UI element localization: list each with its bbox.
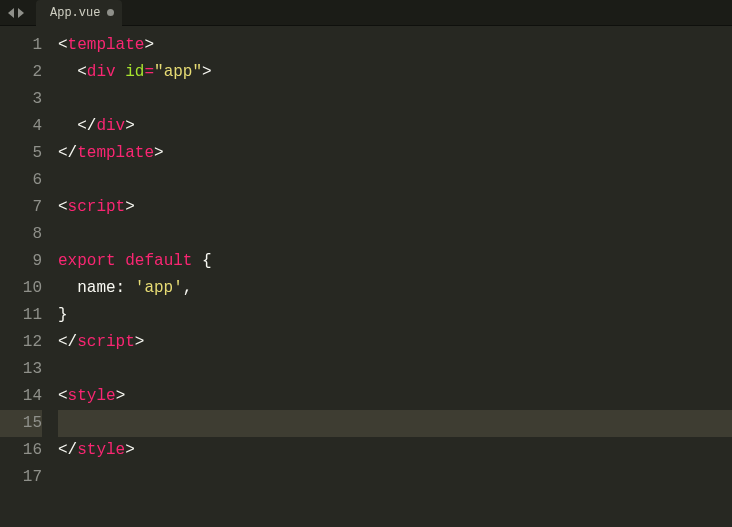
code-line[interactable]: } (58, 302, 732, 329)
tab-filename: App.vue (50, 6, 100, 20)
line-number: 2 (0, 59, 42, 86)
next-tab-icon[interactable] (18, 8, 24, 18)
code-line[interactable] (58, 221, 732, 248)
code-line[interactable] (58, 464, 732, 491)
code-line[interactable] (58, 410, 732, 437)
line-number: 16 (0, 437, 42, 464)
line-number: 17 (0, 464, 42, 491)
line-number: 9 (0, 248, 42, 275)
line-number: 6 (0, 167, 42, 194)
code-line[interactable]: name: 'app', (58, 275, 732, 302)
prev-tab-icon[interactable] (8, 8, 14, 18)
line-number: 7 (0, 194, 42, 221)
line-number: 10 (0, 275, 42, 302)
line-number: 15 (0, 410, 42, 437)
line-number-gutter: 1234567891011121314151617 (0, 26, 50, 527)
line-number: 14 (0, 383, 42, 410)
line-number: 11 (0, 302, 42, 329)
code-line[interactable] (58, 86, 732, 113)
line-number: 4 (0, 113, 42, 140)
code-line[interactable] (58, 167, 732, 194)
code-line[interactable]: </style> (58, 437, 732, 464)
code-line[interactable]: <script> (58, 194, 732, 221)
code-area[interactable]: <template> <div id="app"> </div></templa… (50, 26, 732, 527)
code-line[interactable]: <div id="app"> (58, 59, 732, 86)
code-line[interactable] (58, 356, 732, 383)
tab-active[interactable]: App.vue (36, 0, 122, 26)
tab-bar: App.vue (0, 0, 732, 26)
code-line[interactable]: export default { (58, 248, 732, 275)
code-line[interactable]: </template> (58, 140, 732, 167)
line-number: 12 (0, 329, 42, 356)
code-line[interactable]: </script> (58, 329, 732, 356)
line-number: 13 (0, 356, 42, 383)
line-number: 3 (0, 86, 42, 113)
line-number: 8 (0, 221, 42, 248)
code-line[interactable]: </div> (58, 113, 732, 140)
editor[interactable]: 1234567891011121314151617 <template> <di… (0, 26, 732, 527)
line-number: 5 (0, 140, 42, 167)
code-line[interactable]: <style> (58, 383, 732, 410)
code-line[interactable]: <template> (58, 32, 732, 59)
dirty-indicator-icon (107, 9, 114, 16)
line-number: 1 (0, 32, 42, 59)
tab-nav (0, 8, 32, 18)
